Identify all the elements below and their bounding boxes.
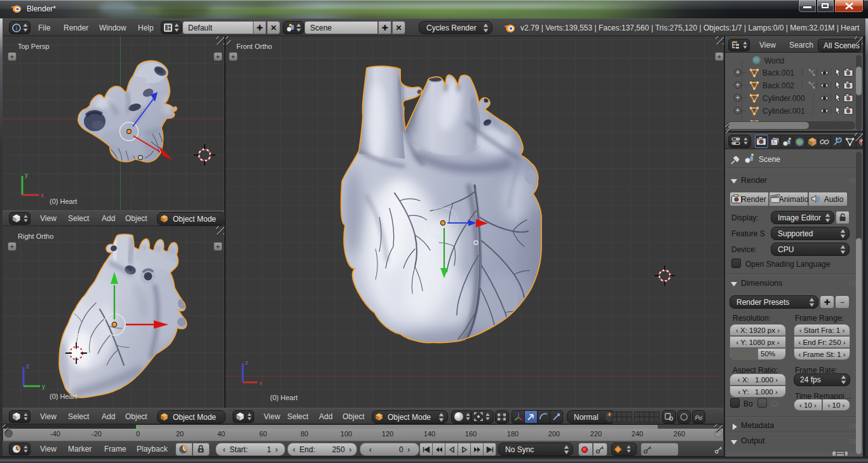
svg-text:i: i <box>16 25 17 32</box>
svg-text:z: z <box>26 363 29 370</box>
svg-text:x: x <box>41 192 44 199</box>
svg-text:z: z <box>245 359 248 366</box>
svg-text:x: x <box>259 380 262 386</box>
svg-text:y: y <box>25 171 28 178</box>
svg-text:y: y <box>42 383 45 390</box>
